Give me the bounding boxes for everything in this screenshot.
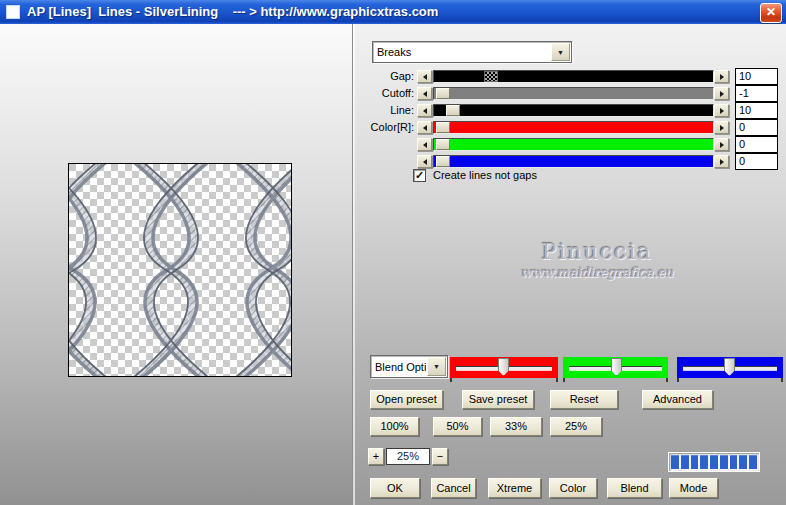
cutoff-increment-button[interactable] [714,87,729,100]
color-b-slider-thumb[interactable] [436,156,450,167]
xtreme-button[interactable]: Xtreme [488,478,541,498]
tick-mark [781,378,783,382]
arrow-left-icon [423,108,427,114]
preset-dropdown-value: Breaks [373,46,550,58]
color-g-increment-button[interactable] [714,138,729,151]
progress-segment [749,455,757,469]
preset-dropdown-button[interactable]: ▼ [551,43,570,61]
preview-image [68,163,292,377]
plugin-window: AP [Lines] Lines - SilverLining --- > ht… [0,0,786,505]
zoom-in-button[interactable]: + [368,448,384,465]
cutoff-value-field[interactable]: -1 [735,85,778,102]
chevron-down-icon: ▼ [433,363,440,370]
arrow-left-icon [423,91,427,97]
arrow-right-icon [720,142,724,148]
check-icon: ✓ [415,169,424,181]
color-r-label: Color[R]: [356,121,414,134]
progress-segment [720,455,728,469]
blend-options-dropdown[interactable]: Blend Opti ▼ [370,355,448,378]
save-preset-button[interactable]: Save preset [462,390,534,409]
gap-value-field[interactable]: 10 [735,68,778,85]
arrow-left-icon [423,74,427,80]
blend-green-slider[interactable] [563,357,668,378]
ok-button[interactable]: OK [370,478,420,498]
open-preset-button[interactable]: Open preset [370,390,443,409]
tick-mark [450,378,452,382]
tick-mark [677,378,679,382]
cutoff-slider-thumb[interactable] [436,88,450,99]
color-r-decrement-button[interactable] [417,121,432,134]
color-button[interactable]: Color [549,478,597,498]
preset-dropdown[interactable]: Breaks ▼ [372,41,572,63]
color-g-slider[interactable] [433,138,714,151]
line-value-field[interactable]: 10 [735,102,778,119]
blend-green-slider-thumb[interactable] [611,358,622,376]
create-lines-checkbox[interactable]: ✓ [413,169,426,182]
gap-increment-button[interactable] [714,70,729,83]
line-increment-button[interactable] [714,104,729,117]
color-g-value-field[interactable]: 0 [735,136,778,153]
mode-button[interactable]: Mode [669,478,718,498]
color-b-increment-button[interactable] [714,155,729,168]
gap-slider[interactable] [433,70,714,83]
blend-blue-slider[interactable] [677,357,783,378]
zoom-level-display: 25% [386,448,430,465]
progress-segment [730,455,738,469]
color-r-value-field[interactable]: 0 [735,119,778,136]
tick-mark [556,378,558,382]
arrow-right-icon [720,159,724,165]
line-label: Line: [356,104,414,117]
color-r-slider[interactable] [433,121,714,134]
progress-segment [691,455,699,469]
color-g-decrement-button[interactable] [417,138,432,151]
create-lines-label: Create lines not gaps [433,169,537,182]
arrow-right-icon [720,108,724,114]
zoom-out-button[interactable]: − [432,448,448,465]
gap-slider-thumb[interactable] [484,71,498,82]
color-r-increment-button[interactable] [714,121,729,134]
progress-segment [681,455,689,469]
zoom-100-button[interactable]: 100% [370,417,419,436]
color-b-decrement-button[interactable] [417,155,432,168]
chevron-down-icon: ▼ [557,49,564,56]
color-r-slider-thumb[interactable] [436,122,450,133]
blend-options-value: Blend Opti [371,361,426,373]
blend-button[interactable]: Blend [607,478,662,498]
gap-label: Gap: [356,70,414,83]
progress-segment [739,455,747,469]
cutoff-slider[interactable] [433,87,714,100]
progress-segment [671,455,679,469]
tick-mark [666,378,668,382]
progress-bar [668,452,760,472]
tick-mark [563,378,565,382]
reset-button[interactable]: Reset [550,390,618,409]
blend-red-slider[interactable] [450,357,558,378]
gap-decrement-button[interactable] [417,70,432,83]
arrow-right-icon [720,125,724,131]
blend-blue-slider-thumb[interactable] [724,358,735,376]
line-slider-thumb[interactable] [446,105,460,116]
line-decrement-button[interactable] [417,104,432,117]
arrow-left-icon [423,159,427,165]
close-button[interactable]: ✕ [760,3,782,23]
app-icon [6,5,20,19]
zoom-33-button[interactable]: 33% [490,417,542,436]
advanced-button[interactable]: Advanced [642,390,713,409]
line-slider[interactable] [433,104,714,117]
color-b-slider[interactable] [433,155,714,168]
cutoff-decrement-button[interactable] [417,87,432,100]
title-bar[interactable]: AP [Lines] Lines - SilverLining --- > ht… [0,0,786,24]
progress-segment [700,455,708,469]
blend-red-slider-thumb[interactable] [498,358,509,376]
arrow-right-icon [720,74,724,80]
cancel-button[interactable]: Cancel [431,478,476,498]
blend-options-dropdown-button[interactable]: ▼ [427,357,446,376]
color-b-value-field[interactable]: 0 [735,153,778,170]
color-g-slider-thumb[interactable] [436,139,450,150]
window-title: AP [Lines] Lines - SilverLining --- > ht… [27,4,438,19]
zoom-50-button[interactable]: 50% [433,417,482,436]
close-icon: ✕ [766,5,776,19]
cutoff-label: Cutoff: [356,87,414,100]
zoom-25-button[interactable]: 25% [550,417,602,436]
progress-segment [710,455,718,469]
